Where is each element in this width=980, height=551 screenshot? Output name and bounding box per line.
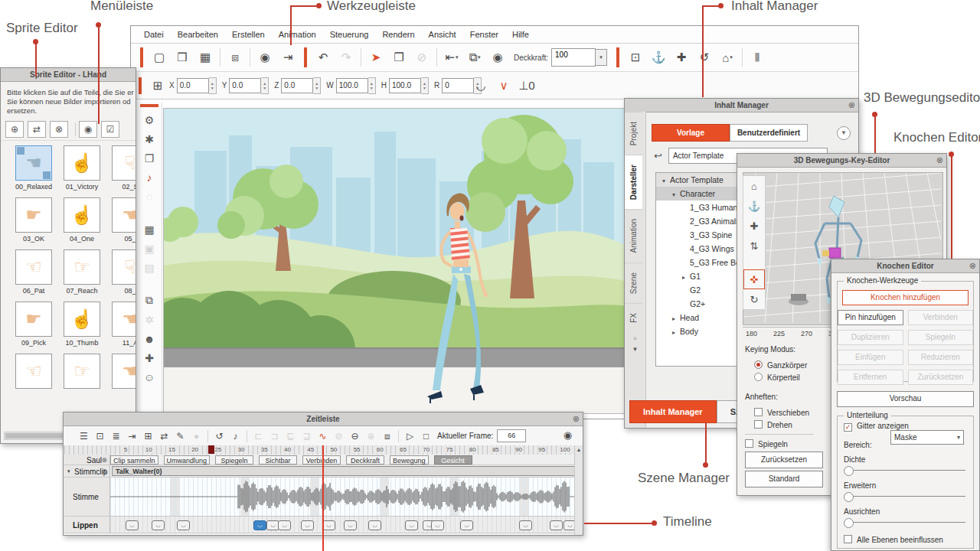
- apply-check-icon[interactable]: ☑: [101, 121, 119, 138]
- move-bone-icon[interactable]: ✜: [743, 269, 765, 289]
- close-icon[interactable]: ⊗: [969, 259, 976, 272]
- sprite-item[interactable]: ☝ 01_Victory: [60, 145, 104, 191]
- hand-sprite-icon[interactable]: ☞: [64, 249, 100, 285]
- spinner-icon[interactable]: ▲▼: [209, 77, 217, 94]
- close-track-icon[interactable]: ⊗: [101, 456, 107, 464]
- export-icon[interactable]: ⇥: [278, 48, 298, 67]
- layer-menu-icon[interactable]: ≣: [109, 429, 123, 443]
- sprite-item[interactable]: ☚: [108, 354, 136, 391]
- align-icon[interactable]: ⇤▾: [442, 48, 462, 67]
- hand-sprite-icon[interactable]: ☞: [64, 354, 100, 389]
- loop-icon[interactable]: ↺: [212, 429, 227, 443]
- hand-sprite-icon[interactable]: ☚: [112, 197, 136, 233]
- lipsync-key[interactable]: ◡: [344, 520, 357, 530]
- close-track-icon[interactable]: ⊗: [101, 468, 107, 475]
- slider-knob-icon[interactable]: [844, 466, 854, 476]
- composer-icon[interactable]: ⚙: [137, 110, 162, 129]
- object-icon[interactable]: ❐: [389, 48, 409, 67]
- tree-expand-icon[interactable]: ▸: [672, 326, 680, 340]
- hand-sprite-icon[interactable]: ☚: [112, 302, 136, 337]
- transform-input[interactable]: 0.0: [281, 78, 313, 93]
- anchor-icon[interactable]: ⚓: [648, 48, 668, 67]
- hand-sprite-icon[interactable]: ☜: [15, 354, 52, 389]
- actor-icon[interactable]: ✱: [137, 129, 162, 148]
- head-edit-icon[interactable]: ☺: [137, 367, 162, 386]
- preview-button[interactable]: Vorschau: [837, 391, 974, 407]
- open-icon[interactable]: ❒: [172, 48, 192, 67]
- rotate-bone-icon[interactable]: ↻: [743, 289, 765, 309]
- track-list-icon[interactable]: ☰: [77, 429, 91, 443]
- lipsync-key[interactable]: ◡: [253, 520, 266, 530]
- redo-icon[interactable]: ↷: [336, 48, 356, 67]
- menu-item[interactable]: Steuerung: [323, 30, 376, 39]
- all-layers-checkbox[interactable]: Alle Ebenen beeinflussen: [844, 535, 973, 544]
- sprite-item[interactable]: ☟ 02_S: [108, 145, 136, 191]
- save-icon[interactable]: ▦: [195, 48, 215, 67]
- spinner-icon[interactable]: ▲▼: [313, 77, 321, 94]
- menu-item[interactable]: Animation: [272, 30, 323, 39]
- undo-icon[interactable]: ↶: [313, 48, 333, 67]
- close-icon[interactable]: ⊗: [573, 412, 580, 425]
- transform-input[interactable]: 0.0: [229, 78, 261, 93]
- zoom-in-icon[interactable]: ⊕: [364, 429, 378, 443]
- flip-view-icon[interactable]: ⇅: [743, 236, 765, 256]
- hand-sprite-icon[interactable]: ☟: [112, 249, 136, 285]
- snapshot-icon[interactable]: ⊡: [93, 429, 107, 443]
- lipsync-key[interactable]: ◡: [550, 520, 563, 530]
- render-preview-icon[interactable]: ◉: [255, 48, 275, 67]
- track-section-button[interactable]: Spiegeln: [215, 455, 253, 465]
- hand-sprite-icon[interactable]: ☜: [15, 249, 52, 285]
- bone-tool-button[interactable]: Entfernen: [838, 370, 903, 385]
- lipsync-key[interactable]: ◡: [301, 520, 314, 530]
- body-key-icon[interactable]: ✚: [137, 348, 162, 367]
- template-tab[interactable]: Vorlage: [652, 124, 730, 142]
- chevron-down-icon[interactable]: ▼: [837, 126, 851, 140]
- menu-item[interactable]: Erstellen: [225, 30, 272, 39]
- insert-frame-icon[interactable]: ⇥: [125, 429, 139, 443]
- replace-sprite-icon[interactable]: ⇄: [28, 121, 46, 138]
- menu-item[interactable]: Rendern: [375, 30, 421, 39]
- waveform-area[interactable]: [110, 478, 583, 517]
- bone-tool-button[interactable]: Reduzieren: [908, 350, 974, 365]
- sprite-item[interactable]: ☞: [60, 354, 104, 391]
- fit-view-icon[interactable]: ⧈: [380, 429, 394, 443]
- sprite-item[interactable]: ☟ 08_: [108, 249, 136, 295]
- new-icon[interactable]: ▢: [149, 48, 169, 67]
- lipsync-key[interactable]: ◡: [405, 520, 418, 530]
- hand-sprite-icon[interactable]: ☛: [15, 197, 52, 233]
- puppet-icon[interactable]: ⦀: [747, 48, 767, 67]
- bone-tool-button[interactable]: Pin hinzufügen: [838, 310, 903, 325]
- select-icon[interactable]: ➤: [366, 48, 386, 67]
- playhead-marker[interactable]: [208, 445, 214, 454]
- eye-icon[interactable]: ◉: [79, 121, 97, 138]
- bone-tool-button[interactable]: Zurücksetzen: [908, 370, 974, 385]
- rotate-icon[interactable]: ↺: [694, 48, 714, 67]
- home-icon[interactable]: ⌂▾: [717, 48, 737, 67]
- lipsync-key[interactable]: ◡: [519, 520, 532, 530]
- track-section-button[interactable]: Sichtbar: [259, 455, 297, 465]
- lipsync-key[interactable]: ◡: [152, 520, 165, 530]
- voice-clip[interactable]: Talk_Walter(0): [112, 466, 581, 476]
- spinner-icon[interactable]: ▲▼: [421, 77, 429, 94]
- spinner-icon[interactable]: ▲▼: [261, 77, 269, 94]
- hand-sprite-icon[interactable]: ☚: [15, 145, 52, 181]
- hand-sprite-icon[interactable]: ☝: [64, 302, 100, 337]
- category-tab[interactable]: Darsteller: [625, 155, 642, 209]
- sprite-item[interactable]: ☞ 07_Reach: [60, 249, 104, 295]
- lipsync-key[interactable]: ◡: [460, 520, 473, 530]
- track-section-button[interactable]: Deckkraft: [346, 455, 384, 465]
- sprite-item[interactable]: ☛ 03_OK: [11, 197, 56, 243]
- spinner-icon[interactable]: ▲▼: [368, 77, 376, 94]
- mask-icon[interactable]: ⊘: [412, 48, 432, 67]
- body-puppet-icon[interactable]: ✲: [137, 310, 162, 329]
- align-clip-icon[interactable]: ⊑: [283, 429, 298, 443]
- category-tab[interactable]: FX: [625, 303, 642, 332]
- layer-icon[interactable]: ⧉: [137, 291, 162, 310]
- scroll-down-icon[interactable]: ▼: [625, 344, 645, 355]
- lipsync-key[interactable]: ◡: [431, 520, 444, 530]
- sprite-item[interactable]: ☚ 00_Relaxed: [11, 145, 56, 191]
- stage-canvas[interactable]: [163, 108, 629, 414]
- close-icon[interactable]: ⊗: [848, 99, 855, 112]
- category-tab[interactable]: Szene: [625, 262, 642, 303]
- sprite-grid-icon[interactable]: ▦: [137, 220, 162, 239]
